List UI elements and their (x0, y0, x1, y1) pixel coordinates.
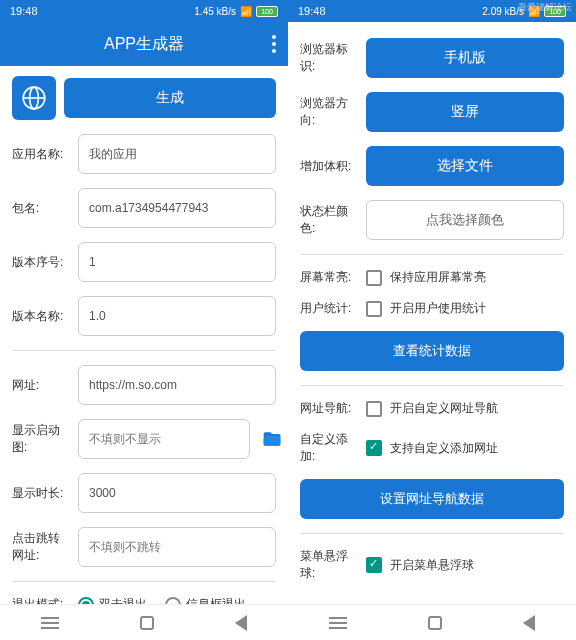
click-jump-label: 点击跳转网址: (12, 530, 70, 564)
set-nav-data-button[interactable]: 设置网址导航数据 (300, 479, 564, 519)
click-jump-input[interactable] (78, 527, 276, 567)
divider (300, 533, 564, 534)
checkbox-icon (366, 301, 382, 317)
folder-icon[interactable] (258, 425, 286, 453)
package-label: 包名: (12, 200, 70, 217)
status-bar: 19:48 2.09 kB/s 📶 100 吾爱破解论坛 (288, 0, 576, 22)
nav-back-icon[interactable] (523, 615, 535, 631)
customadd-label: 自定义添加: (300, 431, 358, 465)
globe-icon[interactable] (12, 76, 56, 120)
page-title: APP生成器 (104, 34, 184, 55)
url-input[interactable] (78, 365, 276, 405)
app-name-label: 应用名称: (12, 146, 70, 163)
checkbox-icon (366, 270, 382, 286)
view-stats-button[interactable]: 查看统计数据 (300, 331, 564, 371)
checkbox-icon (366, 557, 382, 573)
splash-label: 显示启动图: (12, 422, 70, 456)
divider (300, 254, 564, 255)
status-icons: 1.45 kB/s 📶 100 (194, 6, 278, 17)
url-label: 网址: (12, 377, 70, 394)
menu-icon[interactable] (272, 35, 276, 53)
keepscreen-checkbox[interactable]: 保持应用屏幕常亮 (366, 269, 564, 286)
nav-home-icon[interactable] (140, 616, 154, 630)
app-header: APP生成器 (0, 22, 288, 66)
divider (12, 350, 276, 351)
nav-bar (0, 604, 288, 640)
divider (300, 385, 564, 386)
statusbar-color-button[interactable]: 点我选择颜色 (366, 200, 564, 240)
form-content: 浏览器标识: 手机版 浏览器方向: 竖屏 增加体积: 选择文件 状态栏颜色: 点… (288, 22, 576, 604)
version-name-input[interactable] (78, 296, 276, 336)
radio-double-exit[interactable]: 双击退出 (78, 596, 147, 604)
screen-right: 19:48 2.09 kB/s 📶 100 吾爱破解论坛 浏览器标识: 手机版 … (288, 0, 576, 640)
status-bar: 19:48 1.45 kB/s 📶 100 (0, 0, 288, 22)
screen-left: 19:48 1.45 kB/s 📶 100 APP生成器 生成 应用名称: 包名… (0, 0, 288, 640)
nav-menu-icon[interactable] (41, 622, 59, 624)
divider (12, 581, 276, 582)
exit-mode-label: 退出模式: (12, 596, 70, 604)
browser-id-button[interactable]: 手机版 (366, 38, 564, 78)
generate-button[interactable]: 生成 (64, 78, 276, 118)
nav-home-icon[interactable] (428, 616, 442, 630)
radio-icon (165, 597, 181, 605)
package-input[interactable] (78, 188, 276, 228)
battery-icon: 100 (256, 6, 278, 17)
nav-bar (288, 604, 576, 640)
duration-label: 显示时长: (12, 485, 70, 502)
form-content: 生成 应用名称: 包名: 版本序号: 版本名称: 网址: 显示启动图: (0, 66, 288, 604)
watermark: 吾爱破解论坛 (514, 0, 576, 15)
checkbox-icon (366, 440, 382, 456)
menufloat-label: 菜单悬浮球: (300, 548, 358, 582)
orientation-button[interactable]: 竖屏 (366, 92, 564, 132)
checkbox-icon (366, 401, 382, 417)
splash-input[interactable] (78, 419, 250, 459)
volume-label: 增加体积: (300, 158, 358, 175)
radio-dialog-exit[interactable]: 信息框退出 (165, 596, 246, 604)
status-time: 19:48 (298, 5, 326, 17)
browser-id-label: 浏览器标识: (300, 41, 358, 75)
radio-icon (78, 597, 94, 605)
version-code-label: 版本序号: (12, 254, 70, 271)
nav-menu-icon[interactable] (329, 622, 347, 624)
menufloat-checkbox[interactable]: 开启菜单悬浮球 (366, 557, 564, 574)
keepscreen-label: 屏幕常亮: (300, 269, 358, 286)
status-time: 19:48 (10, 5, 38, 17)
userstat-checkbox[interactable]: 开启用户使用统计 (366, 300, 564, 317)
duration-input[interactable] (78, 473, 276, 513)
select-file-button[interactable]: 选择文件 (366, 146, 564, 186)
version-code-input[interactable] (78, 242, 276, 282)
urlnav-label: 网址导航: (300, 400, 358, 417)
statusbar-label: 状态栏颜色: (300, 203, 358, 237)
customadd-checkbox[interactable]: 支持自定义添加网址 (366, 440, 564, 457)
orientation-label: 浏览器方向: (300, 95, 358, 129)
version-name-label: 版本名称: (12, 308, 70, 325)
urlnav-checkbox[interactable]: 开启自定义网址导航 (366, 400, 564, 417)
userstat-label: 用户统计: (300, 300, 358, 317)
app-name-input[interactable] (78, 134, 276, 174)
nav-back-icon[interactable] (235, 615, 247, 631)
